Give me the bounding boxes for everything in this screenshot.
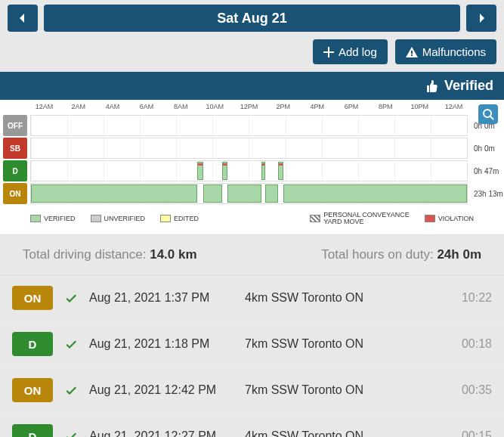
event-row[interactable]: ONAug 21, 2021 12:42 PM7km SSW Toronto O… (0, 367, 504, 414)
status-duration: 0h 0m (471, 138, 504, 159)
zoom-button[interactable] (478, 104, 498, 124)
legend-unverified: UNVERIFIED (91, 215, 146, 222)
time-tick: 8PM (369, 103, 403, 110)
event-time: Aug 21, 2021 12:42 PM (89, 383, 233, 397)
event-location: 7km SSW Toronto ON (245, 383, 442, 397)
event-location: 7km SSW Toronto ON (245, 337, 442, 351)
date-display[interactable]: Sat Aug 21 (44, 5, 460, 32)
malfunctions-button[interactable]: Malfunctions (395, 39, 496, 64)
time-tick: 4PM (300, 103, 334, 110)
next-day-button[interactable] (466, 5, 496, 32)
status-label: OFF (3, 115, 27, 136)
duty-segment (197, 162, 203, 180)
event-row[interactable]: DAug 21, 2021 12:27 PM4km SSW Toronto ON… (0, 414, 504, 437)
event-duration: 10:22 (454, 291, 492, 305)
hos-chart: 12AM2AM4AM6AM8AM10AM12PM2PM4PM6PM8PM10PM… (0, 100, 504, 234)
chevron-left-icon (17, 12, 29, 24)
legend-violation: VIOLATION (425, 215, 474, 222)
prev-day-button[interactable] (8, 5, 38, 32)
time-tick: 12AM (437, 103, 471, 110)
time-tick: 12PM (232, 103, 266, 110)
status-duration: 23h 13m (471, 183, 504, 204)
svg-point-0 (484, 110, 491, 117)
time-tick: 8AM (164, 103, 198, 110)
time-tick: 12AM (27, 103, 61, 110)
add-log-button[interactable]: Add log (313, 39, 388, 64)
event-row[interactable]: ONAug 21, 2021 1:37 PM4km SSW Toronto ON… (0, 275, 504, 321)
status-badge: ON (12, 378, 53, 402)
event-duration: 00:35 (454, 383, 492, 397)
check-icon (65, 430, 77, 437)
event-time: Aug 21, 2021 1:18 PM (89, 337, 233, 351)
event-duration: 00:15 (454, 429, 492, 437)
status-badge: D (12, 332, 53, 356)
hours-label: Total hours on duty: (321, 247, 437, 262)
plus-icon (323, 47, 334, 57)
check-icon (65, 292, 77, 304)
duty-segment (261, 162, 266, 180)
status-label: D (3, 160, 27, 181)
verified-strip: Verified (0, 72, 504, 100)
time-tick: 2PM (266, 103, 300, 110)
check-icon (65, 338, 77, 350)
verified-label: Verified (444, 78, 493, 94)
event-row[interactable]: DAug 21, 2021 1:18 PM7km SSW Toronto ON0… (0, 321, 504, 367)
status-track[interactable] (30, 160, 468, 181)
event-location: 4km SSW Toronto ON (245, 291, 442, 305)
status-track[interactable] (30, 115, 468, 136)
event-duration: 00:18 (454, 337, 492, 351)
time-tick: 10PM (403, 103, 437, 110)
distance-value: 14.0 km (150, 247, 196, 262)
event-location: 4km SSW Toronto ON (245, 429, 442, 437)
status-row-on: ON23h 13m (0, 183, 504, 204)
duty-segment (31, 184, 197, 203)
status-track[interactable] (30, 183, 468, 204)
duty-segment (283, 184, 467, 203)
event-time: Aug 21, 2021 1:37 PM (89, 291, 233, 305)
duty-segment (203, 184, 221, 203)
duty-segment (265, 184, 278, 203)
status-track[interactable] (30, 138, 468, 159)
duty-segment (222, 162, 227, 180)
malfunctions-label: Malfunctions (422, 45, 486, 58)
status-row-sb: SB0h 0m (0, 138, 504, 159)
status-badge: D (12, 424, 53, 437)
add-log-label: Add log (339, 45, 377, 58)
magnifier-icon (482, 108, 494, 120)
time-tick: 10AM (198, 103, 232, 110)
time-tick: 2AM (61, 103, 95, 110)
status-row-off: OFF0h 0m (0, 115, 504, 136)
chevron-right-icon (475, 12, 487, 24)
legend-verified: VERIFIED (30, 215, 76, 222)
duty-segment (278, 162, 283, 180)
status-badge: ON (12, 286, 53, 310)
status-label: SB (3, 138, 27, 159)
legend-pcym: PERSONAL CONVEYANCE YARD MOVE (310, 212, 410, 225)
status-row-d: D0h 47m (0, 160, 504, 181)
status-label: ON (3, 183, 27, 204)
events-list: ONAug 21, 2021 1:37 PM4km SSW Toronto ON… (0, 274, 504, 437)
duty-segment (227, 184, 261, 203)
distance-label: Total driving distance: (23, 247, 150, 262)
time-tick: 6AM (129, 103, 163, 110)
summary-row: Total driving distance: 14.0 km Total ho… (0, 234, 504, 274)
time-tick: 6PM (334, 103, 368, 110)
event-time: Aug 21, 2021 12:27 PM (89, 429, 233, 437)
legend-edited: EDITED (160, 215, 199, 222)
check-icon (65, 384, 77, 396)
chart-legend: VERIFIED UNVERIFIED EDITED PERSONAL CONV… (0, 206, 504, 228)
thumbs-up-icon (426, 79, 440, 93)
hours-value: 24h 0m (437, 247, 481, 262)
time-tick: 4AM (95, 103, 129, 110)
time-axis: 12AM2AM4AM6AM8AM10AM12PM2PM4PM6PM8PM10PM… (0, 103, 504, 110)
warning-icon (406, 47, 418, 57)
status-duration: 0h 47m (471, 160, 504, 181)
